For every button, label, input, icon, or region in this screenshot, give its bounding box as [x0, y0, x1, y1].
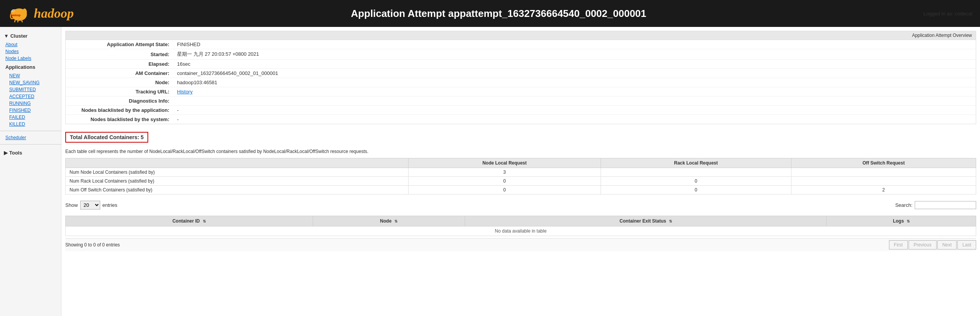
exit-status-label: Container Exit Status — [619, 218, 666, 224]
overview-row-label: Node: — [66, 78, 173, 87]
overview-row-label: Nodes blacklisted by the system: — [66, 115, 173, 124]
last-page-button[interactable]: Last — [957, 240, 976, 249]
table-header-row: Container ID ⇅ Node ⇅ Container Exit Sta… — [66, 216, 976, 226]
sidebar: ▼ Cluster About Nodes Node Labels Applic… — [0, 27, 61, 316]
allocated-containers-box: Total Allocated Containers: 5 — [65, 132, 148, 143]
overview-section-header: Application Attempt Overview — [66, 31, 976, 40]
cluster-label: Cluster — [10, 33, 28, 39]
pagination-buttons: First Previous Next Last — [889, 240, 976, 249]
logo-area: hadoop hadoop — [8, 4, 74, 23]
show-select[interactable]: 10 20 50 100 — [80, 201, 100, 210]
table-controls: Show 10 20 50 100 entries Search: — [65, 198, 976, 212]
overview-row-label: Elapsed: — [66, 60, 173, 69]
overview-row-label: AM Container: — [66, 69, 173, 78]
page-title-area: Application Attempt appattempt_163273666… — [74, 8, 924, 20]
overview-row-label: Nodes blacklisted by the application: — [66, 106, 173, 115]
matrix-section: Node Local RequestRack Local RequestOff … — [65, 158, 976, 195]
svg-point-4 — [22, 8, 27, 16]
sidebar-divider — [0, 131, 61, 131]
matrix-off-switch — [791, 168, 976, 177]
sidebar-item-new-saving[interactable]: NEW_SAVING — [0, 79, 61, 86]
sidebar-item-about[interactable]: About — [0, 41, 61, 48]
first-page-button[interactable]: First — [889, 240, 908, 249]
sidebar-item-killed[interactable]: KILLED — [0, 121, 61, 128]
matrix-off-switch — [791, 177, 976, 186]
tools-label: Tools — [9, 150, 22, 156]
sidebar-item-scheduler[interactable]: Scheduler — [0, 134, 61, 141]
sidebar-item-accepted[interactable]: ACCEPTED — [0, 93, 61, 100]
show-entries-control: Show 10 20 50 100 entries — [65, 201, 118, 210]
sort-icon-node: ⇅ — [394, 219, 397, 223]
matrix-header-3: Off Switch Request — [791, 158, 976, 168]
applications-label: Applications — [5, 64, 35, 70]
matrix-node-local: 3 — [408, 168, 601, 177]
search-label: Search: — [895, 202, 912, 208]
overview-row-value[interactable]: History — [173, 87, 976, 96]
overview-section: Application Attempt Overview Application… — [65, 31, 976, 124]
hadoop-logo-icon: hadoop — [8, 4, 31, 23]
overview-row-label: Started: — [66, 49, 173, 60]
matrix-rack-local: 0 — [601, 186, 791, 195]
logged-in-text: Logged in as: codecat — [924, 11, 972, 17]
node-label: Node — [380, 218, 392, 224]
sidebar-item-nodes[interactable]: Nodes — [0, 48, 61, 55]
matrix-off-switch: 2 — [791, 186, 976, 195]
overview-row: Elapsed:16sec — [66, 60, 976, 69]
tools-arrow-icon: ▶ — [4, 150, 8, 156]
overview-row: Nodes blacklisted by the application:- — [66, 106, 976, 115]
svg-point-3 — [13, 10, 14, 12]
next-page-button[interactable]: Next — [937, 240, 957, 249]
layout: ▼ Cluster About Nodes Node Labels Applic… — [0, 27, 980, 316]
sidebar-item-node-labels[interactable]: Node Labels — [0, 55, 61, 62]
overview-row-value: - — [173, 106, 976, 115]
matrix-rack-local — [601, 168, 791, 177]
table-footer: Showing 0 to 0 of 0 entries First Previo… — [65, 238, 976, 251]
sidebar-item-new[interactable]: NEW — [0, 72, 61, 79]
overview-row-label: Tracking URL: — [66, 87, 173, 96]
overview-row-value: 星期一 九月 27 20:03:57 +0800 2021 — [173, 49, 976, 60]
previous-page-button[interactable]: Previous — [909, 240, 937, 249]
overview-row-label: Diagnostics Info: — [66, 96, 173, 106]
tracking-url-link[interactable]: History — [177, 89, 192, 95]
showing-text: Showing 0 to 0 of 0 entries — [65, 242, 120, 248]
matrix-row-label: Num Rack Local Containers (satisfied by) — [66, 177, 409, 186]
matrix-row-2: Num Off Switch Containers (satisfied by)… — [66, 186, 976, 195]
cluster-section[interactable]: ▼ Cluster — [0, 31, 61, 41]
containers-table: Container ID ⇅ Node ⇅ Container Exit Sta… — [65, 216, 976, 236]
matrix-header-2: Rack Local Request — [601, 158, 791, 168]
overview-row-value: FINISHED — [173, 40, 976, 49]
overview-table: Application Attempt State:FINISHEDStarte… — [66, 40, 976, 124]
sidebar-item-running[interactable]: RUNNING — [0, 100, 61, 107]
applications-section[interactable]: Applications — [0, 62, 61, 72]
node-col-header[interactable]: Node ⇅ — [313, 216, 465, 226]
tools-section[interactable]: ▶ Tools — [0, 148, 61, 158]
matrix-rack-local: 0 — [601, 177, 791, 186]
page-title: Application Attempt appattempt_163273666… — [351, 8, 646, 19]
hadoop-logo-text: hadoop — [34, 6, 74, 21]
sidebar-item-submitted[interactable]: SUBMITTED — [0, 86, 61, 93]
logged-in-info: Logged in as: codecat — [924, 11, 972, 17]
sidebar-item-failed[interactable]: FAILED — [0, 114, 61, 121]
logs-col-header[interactable]: Logs ⇅ — [827, 216, 976, 226]
overview-row-value: hadoop103:46581 — [173, 78, 976, 87]
overview-row: Started:星期一 九月 27 20:03:57 +0800 2021 — [66, 49, 976, 60]
sort-icon-exit-status: ⇅ — [669, 219, 672, 223]
search-input[interactable] — [915, 201, 976, 209]
entries-label: entries — [103, 202, 118, 208]
container-id-col-header[interactable]: Container ID ⇅ — [66, 216, 313, 226]
container-id-label: Container ID — [172, 218, 200, 224]
search-area: Search: — [895, 201, 976, 209]
main-content: Application Attempt Overview Application… — [61, 27, 980, 316]
matrix-node-local: 0 — [408, 177, 601, 186]
cluster-arrow-icon: ▼ — [4, 33, 9, 39]
sort-icon-logs: ⇅ — [907, 219, 910, 223]
sort-icon-container-id: ⇅ — [203, 219, 206, 223]
allocation-description: Each table cell represents the number of… — [65, 149, 976, 154]
sidebar-divider-2 — [0, 144, 61, 145]
overview-row: Application Attempt State:FINISHED — [66, 40, 976, 49]
matrix-header-0 — [66, 158, 409, 168]
sidebar-item-finished[interactable]: FINISHED — [0, 107, 61, 114]
logs-label: Logs — [893, 218, 904, 224]
matrix-node-local: 0 — [408, 186, 601, 195]
exit-status-col-header[interactable]: Container Exit Status ⇅ — [465, 216, 827, 226]
